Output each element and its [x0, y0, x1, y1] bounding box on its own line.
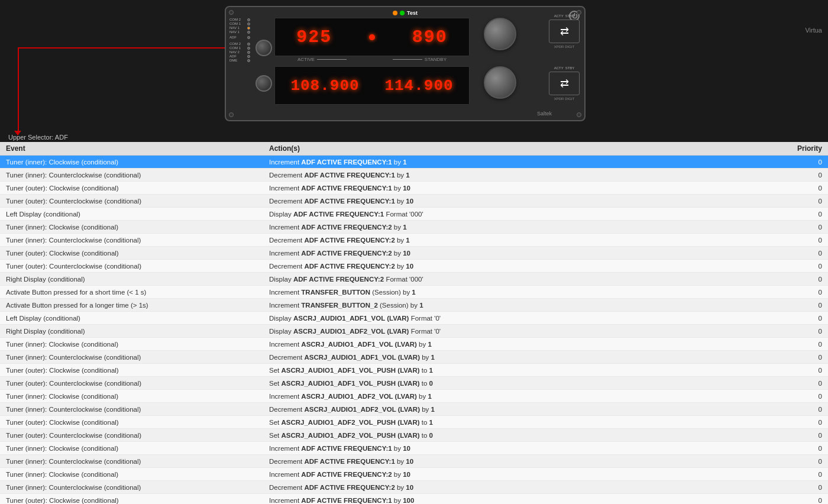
freq2-standby: 114.900: [384, 77, 453, 95]
table-row[interactable]: Tuner (outer): Clockwise (conditional)In…: [0, 247, 828, 260]
table-row[interactable]: Tuner (outer): Clockwise (conditional)In…: [0, 182, 828, 195]
cell-priority: 0: [775, 393, 822, 400]
table-row[interactable]: Tuner (outer): Counterclockwise (conditi…: [0, 260, 828, 273]
standby-label: STANDBY: [425, 57, 447, 62]
panel-top-label: Test: [407, 10, 418, 16]
led-green: [400, 11, 405, 15]
cell-event: Tuner (inner): Counterclockwise (conditi…: [6, 484, 269, 491]
cell-event: Tuner (outer): Counterclockwise (conditi…: [6, 432, 269, 439]
cell-priority: 0: [775, 471, 822, 478]
table-row[interactable]: Tuner (inner): Counterclockwise (conditi…: [0, 234, 828, 247]
table-row[interactable]: Tuner (inner): Clockwise (conditional)In…: [0, 442, 828, 455]
cell-priority: 0: [775, 302, 822, 309]
cell-event: Tuner (inner): Clockwise (conditional): [6, 224, 269, 231]
table-row[interactable]: Activate Button pressed for a longer tim…: [0, 299, 828, 312]
screw-tl: [229, 10, 234, 15]
table-row[interactable]: Tuner (inner): Clockwise (conditional)In…: [0, 156, 828, 169]
table-row[interactable]: Right Display (conditional)Display ASCRJ…: [0, 325, 828, 338]
table-area: Event Action(s) Priority Tuner (inner): …: [0, 142, 828, 504]
table-row[interactable]: Tuner (inner): Clockwise (conditional)In…: [0, 338, 828, 351]
cell-event: Tuner (outer): Clockwise (conditional): [6, 185, 269, 192]
cell-actions: Decrement ASCRJ_AUDIO1_ADF2_VOL (LVAR) b…: [269, 406, 775, 413]
table-row[interactable]: Tuner (outer): Counterclockwise (conditi…: [0, 429, 828, 442]
cell-event: Right Display (conditional): [6, 328, 269, 335]
bottom-display: 108.900 114.900: [274, 66, 470, 105]
header-actions: Action(s): [269, 144, 775, 153]
cell-priority: 0: [775, 198, 822, 205]
screw-br: [577, 112, 581, 117]
top-display: 925 890: [274, 18, 470, 56]
cell-actions: Increment ADF ACTIVE FREQUENCY:2 by 1: [269, 224, 775, 231]
top-indicator-bar: Test: [393, 10, 418, 16]
cell-priority: 0: [775, 289, 822, 296]
annotation-line-vertical: [18, 47, 19, 133]
cell-priority: 0: [775, 484, 822, 491]
freq-dot: [369, 34, 375, 40]
cell-event: Tuner (outer): Clockwise (conditional): [6, 419, 269, 426]
transfer-btn-top[interactable]: ⇄: [549, 20, 580, 43]
cell-event: Tuner (inner): Clockwise (conditional): [6, 341, 269, 348]
cell-event: Tuner (outer): Counterclockwise (conditi…: [6, 198, 269, 205]
table-row[interactable]: Tuner (outer): Clockwise (conditional)In…: [0, 494, 828, 504]
table-row[interactable]: Tuner (inner): Counterclockwise (conditi…: [0, 403, 828, 416]
table-row[interactable]: Tuner (inner): Counterclockwise (conditi…: [0, 455, 828, 468]
cell-actions: Decrement ADF ACTIVE FREQUENCY:1 by 10: [269, 458, 775, 465]
cell-actions: Set ASCRJ_AUDIO1_ADF1_VOL_PUSH (LVAR) to…: [269, 380, 775, 387]
upper-selector-knob[interactable]: [255, 40, 272, 56]
cell-priority: 0: [775, 419, 822, 426]
table-row[interactable]: Tuner (outer): Counterclockwise (conditi…: [0, 195, 828, 208]
cell-event: Tuner (outer): Clockwise (conditional): [6, 367, 269, 374]
cell-priority: 0: [775, 250, 822, 257]
table-row[interactable]: Left Display (conditional)Display ADF AC…: [0, 208, 828, 221]
lower-selector-knob[interactable]: [255, 75, 272, 92]
cell-priority: 0: [775, 497, 822, 504]
virtual-label: Virtua: [805, 27, 822, 34]
table-row[interactable]: Tuner (inner): Counterclockwise (conditi…: [0, 481, 828, 494]
cell-actions: Display ADF ACTIVE FREQUENCY:1 Format '0…: [269, 211, 775, 218]
cell-event: Activate Button pressed for a longer tim…: [6, 302, 269, 309]
table-row[interactable]: Tuner (inner): Clockwise (conditional)In…: [0, 468, 828, 481]
cell-actions: Increment ADF ACTIVE FREQUENCY:2 by 10: [269, 471, 775, 478]
cell-actions: Increment ASCRJ_AUDIO1_ADF1_VOL (LVAR) b…: [269, 341, 775, 348]
cell-event: Left Display (conditional): [6, 211, 269, 218]
cell-priority: 0: [775, 380, 822, 387]
display1-labels: ACTIVE STANDBY: [274, 57, 470, 62]
cell-actions: Decrement ADF ACTIVE FREQUENCY:2 by 10: [269, 263, 775, 270]
table-row[interactable]: Tuner (outer): Counterclockwise (conditi…: [0, 377, 828, 390]
table-row[interactable]: Left Display (conditional)Display ASCRJ_…: [0, 312, 828, 325]
table-row[interactable]: Tuner (inner): Clockwise (conditional)In…: [0, 390, 828, 403]
table-header: Event Action(s) Priority: [0, 142, 828, 156]
cell-actions: Decrement ADF ACTIVE FREQUENCY:1 by 1: [269, 172, 775, 179]
screw-tr: [577, 10, 581, 15]
knob-bottom-right[interactable]: [484, 66, 516, 99]
table-body: Tuner (inner): Clockwise (conditional)In…: [0, 156, 828, 504]
led-orange: [393, 11, 397, 15]
table-row[interactable]: Tuner (outer): Clockwise (conditional)Se…: [0, 364, 828, 377]
cell-priority: 0: [775, 315, 822, 322]
cell-actions: Increment TRANSFER_BUTTON_2 (Session) by…: [269, 302, 775, 309]
cell-actions: Set ASCRJ_AUDIO1_ADF1_VOL_PUSH (LVAR) to…: [269, 367, 775, 374]
cell-actions: Increment ADF ACTIVE FREQUENCY:1 by 1: [269, 159, 775, 166]
cell-event: Tuner (outer): Clockwise (conditional): [6, 497, 269, 504]
cell-actions: Decrement ADF ACTIVE FREQUENCY:2 by 1: [269, 237, 775, 244]
cell-priority: 0: [775, 224, 822, 231]
table-row[interactable]: Tuner (inner): Clockwise (conditional)In…: [0, 221, 828, 234]
cell-event: Tuner (inner): Counterclockwise (conditi…: [6, 354, 269, 361]
table-row[interactable]: Right Display (conditional)Display ADF A…: [0, 273, 828, 286]
table-row[interactable]: Tuner (inner): Counterclockwise (conditi…: [0, 351, 828, 364]
cell-event: Tuner (inner): Clockwise (conditional): [6, 393, 269, 400]
right-top-button-group: ACTY STBY ⇄ XPDR DIGIT: [549, 14, 580, 49]
table-row[interactable]: Tuner (inner): Counterclockwise (conditi…: [0, 169, 828, 182]
screw-bl: [229, 112, 234, 117]
cell-event: Tuner (outer): Counterclockwise (conditi…: [6, 263, 269, 270]
transfer-btn-bottom[interactable]: ⇄: [549, 72, 580, 95]
cell-event: Tuner (inner): Counterclockwise (conditi…: [6, 237, 269, 244]
cell-actions: Set ASCRJ_AUDIO1_ADF2_VOL_PUSH (LVAR) to…: [269, 419, 775, 426]
knob-top-right[interactable]: [484, 18, 516, 50]
cell-priority: 0: [775, 458, 822, 465]
cell-event: Tuner (outer): Counterclockwise (conditi…: [6, 380, 269, 387]
table-row[interactable]: Activate Button pressed for a short time…: [0, 286, 828, 299]
cell-actions: Increment TRANSFER_BUTTON (Session) by 1: [269, 289, 775, 296]
cell-event: Tuner (inner): Counterclockwise (conditi…: [6, 406, 269, 413]
table-row[interactable]: Tuner (outer): Clockwise (conditional)Se…: [0, 416, 828, 429]
